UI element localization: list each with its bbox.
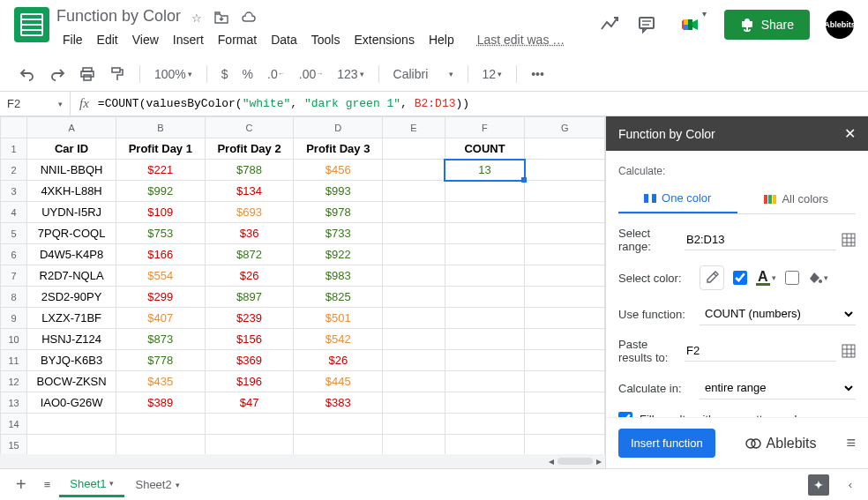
- sheets-logo[interactable]: [14, 7, 49, 42]
- scroll-thumb[interactable]: [557, 458, 593, 465]
- col-header-c[interactable]: C: [205, 117, 294, 138]
- cell[interactable]: [383, 371, 445, 392]
- cell[interactable]: $239: [205, 308, 294, 329]
- cell[interactable]: IAO0-G26W: [27, 392, 116, 414]
- cell[interactable]: $993: [294, 181, 383, 202]
- range-picker-icon[interactable]: [842, 344, 856, 358]
- cell[interactable]: Profit Day 1: [116, 138, 205, 160]
- cell[interactable]: $456: [294, 160, 383, 181]
- row-header[interactable]: 1: [1, 138, 27, 160]
- cell[interactable]: $47: [205, 392, 294, 414]
- col-header-g[interactable]: G: [525, 117, 605, 138]
- row-header[interactable]: 5: [1, 223, 27, 244]
- cell[interactable]: [525, 350, 605, 371]
- cell[interactable]: [27, 435, 116, 456]
- cell[interactable]: $445: [294, 371, 383, 392]
- row-header[interactable]: 3: [1, 181, 27, 202]
- row-header[interactable]: 2: [1, 160, 27, 181]
- paste-to-input[interactable]: [685, 340, 836, 362]
- cell[interactable]: [445, 329, 525, 350]
- avatar[interactable]: Ablebits: [826, 11, 854, 39]
- tab-all-colors[interactable]: All colors: [737, 184, 857, 213]
- row-header[interactable]: 10: [1, 329, 27, 350]
- cell[interactable]: [116, 435, 205, 456]
- cell[interactable]: [116, 414, 205, 435]
- percent-button[interactable]: %: [237, 63, 258, 85]
- cell[interactable]: $983: [294, 265, 383, 287]
- menu-view[interactable]: View: [126, 29, 165, 50]
- cell[interactable]: [525, 414, 605, 435]
- doc-title[interactable]: Function by Color: [56, 7, 181, 26]
- range-picker-icon[interactable]: [842, 233, 856, 247]
- col-header-a[interactable]: A: [27, 117, 116, 138]
- undo-button[interactable]: [14, 63, 41, 86]
- side-panel-toggle[interactable]: ‹: [840, 473, 861, 496]
- cell[interactable]: $788: [205, 160, 294, 181]
- row-header[interactable]: 9: [1, 308, 27, 329]
- cell[interactable]: [445, 181, 525, 202]
- cell[interactable]: $166: [116, 244, 205, 265]
- cell[interactable]: [383, 435, 445, 456]
- cell[interactable]: NNIL-BBQH: [27, 160, 116, 181]
- cell[interactable]: $778: [116, 350, 205, 371]
- row-header[interactable]: 6: [1, 244, 27, 265]
- font-color-picker[interactable]: A▾: [756, 271, 776, 286]
- all-sheets-button[interactable]: ≡: [35, 473, 60, 496]
- move-icon[interactable]: [214, 11, 228, 25]
- explore-button[interactable]: ✦: [808, 474, 829, 496]
- cell[interactable]: $922: [294, 244, 383, 265]
- cell[interactable]: [445, 202, 525, 223]
- cell[interactable]: $407: [116, 308, 205, 329]
- cell[interactable]: [525, 265, 605, 287]
- cell[interactable]: $156: [205, 329, 294, 350]
- spreadsheet-grid[interactable]: A B C D E F G 1Car IDProfit Day 1Profit …: [0, 116, 605, 468]
- cell[interactable]: [525, 223, 605, 244]
- redo-button[interactable]: [44, 63, 71, 86]
- meet-button[interactable]: ▾: [673, 7, 708, 42]
- cell[interactable]: UYDN-I5RJ: [27, 202, 116, 223]
- cell[interactable]: [525, 371, 605, 392]
- cell[interactable]: [294, 435, 383, 456]
- fill-color-checkbox[interactable]: [785, 271, 799, 285]
- formula-bar[interactable]: =COUNT(valuesByColor("white", "dark gree…: [98, 97, 469, 110]
- comments-icon[interactable]: [636, 14, 657, 35]
- cell[interactable]: [445, 414, 525, 435]
- cell[interactable]: D4W5-K4P8: [27, 244, 116, 265]
- col-header-f[interactable]: F: [445, 117, 525, 138]
- row-header[interactable]: 12: [1, 371, 27, 392]
- add-sheet-button[interactable]: +: [7, 469, 35, 500]
- last-edit-link[interactable]: Last edit was …: [471, 29, 572, 50]
- cell[interactable]: $435: [116, 371, 205, 392]
- eyedropper-button[interactable]: [700, 265, 724, 290]
- menu-help[interactable]: Help: [423, 29, 460, 50]
- cell[interactable]: [383, 287, 445, 308]
- share-button[interactable]: Share: [724, 10, 810, 40]
- cell[interactable]: [525, 202, 605, 223]
- cell[interactable]: [205, 414, 294, 435]
- cell[interactable]: [445, 308, 525, 329]
- scroll-left-icon[interactable]: ◂: [549, 455, 554, 467]
- cell[interactable]: LXZX-71BF: [27, 308, 116, 329]
- font-dropdown[interactable]: Calibri ▾: [388, 63, 459, 85]
- cell[interactable]: [525, 329, 605, 350]
- row-header[interactable]: 14: [1, 414, 27, 435]
- horizontal-scrollbar[interactable]: ◂ ▸: [0, 454, 605, 468]
- cell[interactable]: [27, 414, 116, 435]
- zoom-dropdown[interactable]: 100% ▾: [149, 63, 198, 85]
- sheet-tab-2[interactable]: Sheet2 ▾: [124, 471, 190, 498]
- name-box[interactable]: F2▾: [0, 92, 71, 116]
- cell[interactable]: 4XKH-L88H: [27, 181, 116, 202]
- cell[interactable]: [383, 329, 445, 350]
- col-header-b[interactable]: B: [116, 117, 205, 138]
- cell[interactable]: $36: [205, 223, 294, 244]
- calculate-in-select[interactable]: entire range: [700, 377, 856, 399]
- cell[interactable]: $109: [116, 202, 205, 223]
- tab-one-color[interactable]: One color: [618, 184, 737, 213]
- col-header-e[interactable]: E: [383, 117, 445, 138]
- fill-pattern-checkbox[interactable]: [618, 412, 632, 417]
- menu-edit[interactable]: Edit: [91, 29, 124, 50]
- paint-format-button[interactable]: [104, 63, 131, 86]
- cell[interactable]: $897: [205, 287, 294, 308]
- cell[interactable]: 13: [445, 160, 525, 181]
- menu-file[interactable]: File: [56, 29, 89, 50]
